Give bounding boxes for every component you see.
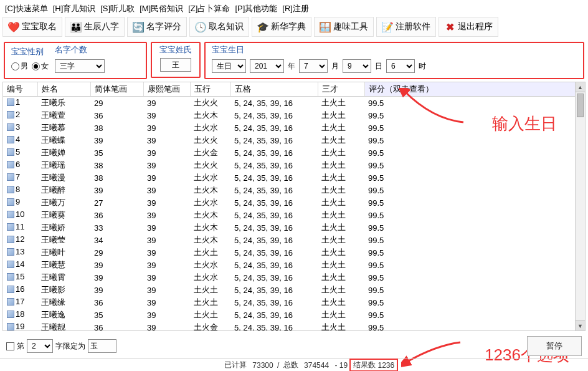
tool-icon-5: 🪟 <box>320 21 331 32</box>
row-icon <box>7 248 14 256</box>
tool-4[interactable]: 🎓新华字典 <box>252 17 311 37</box>
input-surname[interactable] <box>160 58 191 72</box>
row-icon <box>7 136 14 143</box>
menu-item-3[interactable]: [M]民俗知识 <box>140 3 183 14</box>
cell: 99.5 <box>364 259 585 271</box>
tool-0[interactable]: ❤️宝宝取名 <box>2 17 62 37</box>
cell: 38 <box>90 171 143 184</box>
cell: 土火土 <box>318 246 364 259</box>
tool-5[interactable]: 🪟趣味工具 <box>314 17 374 37</box>
scroll-up-icon[interactable]: ▲ <box>576 82 585 92</box>
cell: 5, 24, 35, 39, 16 <box>230 271 318 284</box>
col-header-5[interactable]: 五格 <box>230 82 318 97</box>
status-computed: 73300 <box>252 361 273 370</box>
table-row[interactable]: 17王曦缘3639土火土5, 24, 35, 39, 16土火土99.5 <box>3 296 585 309</box>
col-header-0[interactable]: 编号 <box>3 82 37 97</box>
col-header-6[interactable]: 三才 <box>318 82 364 97</box>
cell: 99.5 <box>364 171 585 184</box>
tool-1[interactable]: 👪生辰八字 <box>65 17 125 37</box>
cell: 土火土 <box>318 321 364 331</box>
select-date-type[interactable]: 生日 <box>212 59 246 73</box>
cell: 土火土 <box>190 296 230 309</box>
select-day[interactable]: 9 <box>343 59 371 73</box>
cell: 39 <box>90 284 143 296</box>
scroll-down-icon[interactable]: ▼ <box>576 320 585 330</box>
cell: 33 <box>90 221 143 234</box>
cell: 5, 24, 35, 39, 16 <box>230 122 318 134</box>
table-row[interactable]: 1王曦乐2939土火火5, 24, 35, 39, 16土火土99.5 <box>3 97 585 110</box>
select-month[interactable]: 7 <box>299 59 328 73</box>
tool-3[interactable]: 🕓取名知识 <box>189 17 249 37</box>
table-row[interactable]: 18王曦逸3539土火土5, 24, 35, 39, 16土火土99.5 <box>3 309 585 321</box>
menu-item-2[interactable]: [S]听儿歌 <box>100 3 135 14</box>
row-icon <box>7 311 14 318</box>
cell: 35 <box>90 309 143 321</box>
cell: 王曦叶 <box>37 246 90 259</box>
tool-icon-2: 🔄 <box>133 21 144 32</box>
table-row[interactable]: 8王曦醉3939土火木5, 24, 35, 39, 16土火土99.5 <box>3 184 585 196</box>
table-row[interactable]: 9王曦万2739土火水5, 24, 35, 39, 16土火土99.5 <box>3 196 585 209</box>
table-row[interactable]: 19王曦靓3639土火金5, 24, 35, 39, 16土火土99.5 <box>3 321 585 331</box>
tool-label-3: 取名知识 <box>209 21 244 32</box>
tool-7[interactable]: ✖退出程序 <box>439 17 498 37</box>
table-row[interactable]: 12王曦莹3439土火木5, 24, 35, 39, 16土火土99.5 <box>3 234 585 246</box>
table-row[interactable]: 4王曦蝶3939土火火5, 24, 35, 39, 16土火土99.5 <box>3 134 585 147</box>
table-row[interactable]: 3王曦慕3839土火水5, 24, 35, 39, 16土火土99.5 <box>3 122 585 134</box>
status-total: 374544 <box>304 361 329 370</box>
radio-male[interactable]: 男 <box>11 61 28 72</box>
cell: 王曦婵 <box>37 147 90 159</box>
scroll-thumb[interactable] <box>577 94 584 117</box>
radio-female[interactable]: 女 <box>32 61 49 72</box>
select-hour[interactable]: 6 <box>386 59 415 73</box>
tool-2[interactable]: 🔄名字评分 <box>127 17 187 37</box>
table-row[interactable]: 13王曦叶2939土火土5, 24, 35, 39, 16土火土99.5 <box>3 246 585 259</box>
col-header-1[interactable]: 姓名 <box>37 82 90 97</box>
tool-6[interactable]: 📝注册软件 <box>376 17 436 37</box>
tool-icon-1: 👪 <box>70 21 82 32</box>
table-row[interactable]: 16王曦影3939土火土5, 24, 35, 39, 16土火土99.5 <box>3 284 585 296</box>
group-gender-namecount: 宝宝性别 男 女 名字个数 三字 <box>4 42 147 79</box>
table-row[interactable]: 15王曦霄3939土火水5, 24, 35, 39, 16土火土99.5 <box>3 271 585 284</box>
pause-button[interactable]: 暂停 <box>527 336 582 356</box>
menu-item-6[interactable]: [R]注册 <box>282 3 309 14</box>
tool-icon-6: 📝 <box>382 21 393 32</box>
cell: 39 <box>143 97 190 110</box>
table-body: 1王曦乐2939土火火5, 24, 35, 39, 16土火土99.52王曦萱3… <box>3 97 585 332</box>
table-row[interactable]: 14王曦慧3939土火水5, 24, 35, 39, 16土火土99.5 <box>3 259 585 271</box>
cell: 39 <box>90 134 143 147</box>
cell: 14 <box>3 259 37 269</box>
cell: 12 <box>3 234 37 244</box>
statusbar: 已计算 73300 / 总数 374544 - 19 结果数 1236 <box>0 359 588 371</box>
col-header-4[interactable]: 五行 <box>190 82 230 97</box>
select-position[interactable]: 2 <box>27 339 53 353</box>
menu-item-4[interactable]: [Z]占卜算命 <box>188 3 230 14</box>
menu-item-1[interactable]: [H]育儿知识 <box>53 3 96 14</box>
cell: 99.5 <box>364 296 585 309</box>
menu-item-5[interactable]: [P]其他功能 <box>235 3 277 14</box>
table-row[interactable]: 5王曦婵3539土火金5, 24, 35, 39, 16土火土99.5 <box>3 147 585 159</box>
table-row[interactable]: 2王曦萱3639土火木5, 24, 35, 39, 16土火土99.5 <box>3 109 585 122</box>
cell: 王曦漫 <box>37 171 90 184</box>
menu-item-0[interactable]: [C]快速菜单 <box>5 3 48 14</box>
cell: 99.5 <box>364 246 585 259</box>
cell: 5, 24, 35, 39, 16 <box>230 184 318 196</box>
cell: 5, 24, 35, 39, 16 <box>230 159 318 171</box>
select-year[interactable]: 201 <box>250 59 284 73</box>
row-icon <box>7 211 14 218</box>
col-header-2[interactable]: 简体笔画 <box>90 82 143 97</box>
cell: 5, 24, 35, 39, 16 <box>230 284 318 296</box>
table-row[interactable]: 11王曦娇3339土火木5, 24, 35, 39, 16土火土99.5 <box>3 221 585 234</box>
table-row[interactable]: 7王曦漫3839土火水5, 24, 35, 39, 16土火土99.5 <box>3 171 585 184</box>
col-header-7[interactable]: 评分（双击查看） <box>364 82 585 97</box>
scrollbar-vertical[interactable]: ▲ ▼ <box>575 82 585 330</box>
cell: 王曦萱 <box>37 109 90 122</box>
cell: 土火水 <box>190 196 230 209</box>
input-limit-char[interactable] <box>88 339 116 353</box>
cell: 土火土 <box>318 309 364 321</box>
table-row[interactable]: 6王曦瑶3839土火火5, 24, 35, 39, 16土火土99.5 <box>3 159 585 171</box>
col-header-3[interactable]: 康熙笔画 <box>143 82 190 97</box>
select-name-count[interactable]: 三字 <box>55 59 105 73</box>
table-row[interactable]: 10王曦葵3639土火木5, 24, 35, 39, 16土火土99.5 <box>3 209 585 221</box>
cell: 39 <box>143 159 190 171</box>
checkbox-position[interactable] <box>6 342 14 350</box>
